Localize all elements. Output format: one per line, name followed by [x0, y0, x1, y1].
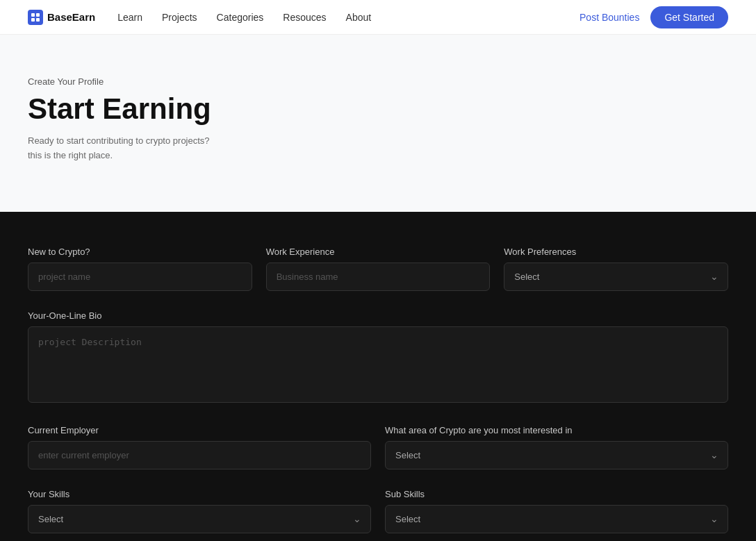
- current-employer-label: Current Employer: [28, 425, 371, 435]
- nav-links: Learn Projects Categories Resouces About: [117, 11, 371, 24]
- work-preferences-label: Work Preferences: [504, 247, 728, 257]
- nav-item-categories[interactable]: Categories: [217, 12, 264, 23]
- sub-skills-select[interactable]: Select: [385, 505, 728, 533]
- hero-description-line2: this is the right place.: [28, 149, 728, 163]
- get-started-button[interactable]: Get Started: [650, 6, 728, 28]
- crypto-interest-select-wrapper: Select ⌄: [385, 441, 728, 469]
- logo-icon: [28, 10, 43, 25]
- new-to-crypto-group: New to Crypto?: [28, 247, 252, 291]
- nav-item-resources[interactable]: Resouces: [283, 12, 326, 23]
- nav-item-about[interactable]: About: [346, 12, 372, 23]
- new-to-crypto-label: New to Crypto?: [28, 247, 252, 257]
- work-experience-label: Work Experience: [266, 247, 491, 257]
- navbar-left: BaseEarn Learn Projects Categories Resou…: [28, 10, 371, 25]
- nav-item-learn[interactable]: Learn: [117, 12, 142, 23]
- work-experience-group: Work Experience: [266, 247, 491, 291]
- your-skills-select[interactable]: Select: [28, 505, 371, 533]
- logo-text: BaseEarn: [47, 11, 95, 23]
- sub-skills-group: Sub Skills Select ⌄: [385, 489, 728, 533]
- new-to-crypto-input[interactable]: [28, 263, 252, 291]
- current-employer-input[interactable]: [28, 441, 371, 469]
- crypto-interest-label: What area of Crypto are you most interes…: [385, 425, 728, 435]
- svg-rect-3: [36, 18, 40, 22]
- bio-label: Your-One-Line Bio: [28, 310, 728, 321]
- sub-skills-label: Sub Skills: [385, 489, 728, 499]
- nav-item-projects[interactable]: Projects: [162, 12, 197, 23]
- logo: BaseEarn: [28, 10, 95, 25]
- work-experience-input[interactable]: [266, 263, 491, 291]
- hero-description-line1: Ready to start contributing to crypto pr…: [28, 134, 728, 149]
- form-row-2: Current Employer What area of Crypto are…: [28, 425, 728, 469]
- work-preferences-select[interactable]: Select: [504, 263, 728, 291]
- navbar-right: Post Bounties Get Started: [580, 6, 728, 28]
- hero-section: Create Your Profile Start Earning Ready …: [0, 35, 756, 212]
- your-skills-group: Your Skills Select ⌄: [28, 489, 371, 533]
- crypto-interest-select[interactable]: Select: [385, 441, 728, 469]
- work-preferences-select-wrapper: Select ⌄: [504, 263, 728, 291]
- current-employer-group: Current Employer: [28, 425, 371, 469]
- post-bounties-button[interactable]: Post Bounties: [580, 12, 639, 23]
- svg-rect-0: [31, 13, 35, 17]
- sub-skills-select-wrapper: Select ⌄: [385, 505, 728, 533]
- your-skills-label: Your Skills: [28, 489, 371, 499]
- navbar: BaseEarn Learn Projects Categories Resou…: [0, 0, 756, 35]
- crypto-interest-group: What area of Crypto are you most interes…: [385, 425, 728, 469]
- hero-subtitle: Create Your Profile: [28, 76, 728, 87]
- svg-rect-1: [36, 13, 40, 17]
- hero-title: Start Earning: [28, 92, 728, 126]
- work-preferences-group: Work Preferences Select ⌄: [504, 247, 728, 291]
- your-skills-select-wrapper: Select ⌄: [28, 505, 371, 533]
- bio-textarea[interactable]: [28, 326, 728, 403]
- form-row-1: New to Crypto? Work Experience Work Pref…: [28, 247, 728, 291]
- form-row-3: Your Skills Select ⌄ Sub Skills Select ⌄: [28, 489, 728, 533]
- bio-section: Your-One-Line Bio: [28, 310, 728, 406]
- form-section: New to Crypto? Work Experience Work Pref…: [0, 212, 756, 541]
- svg-rect-2: [31, 18, 35, 22]
